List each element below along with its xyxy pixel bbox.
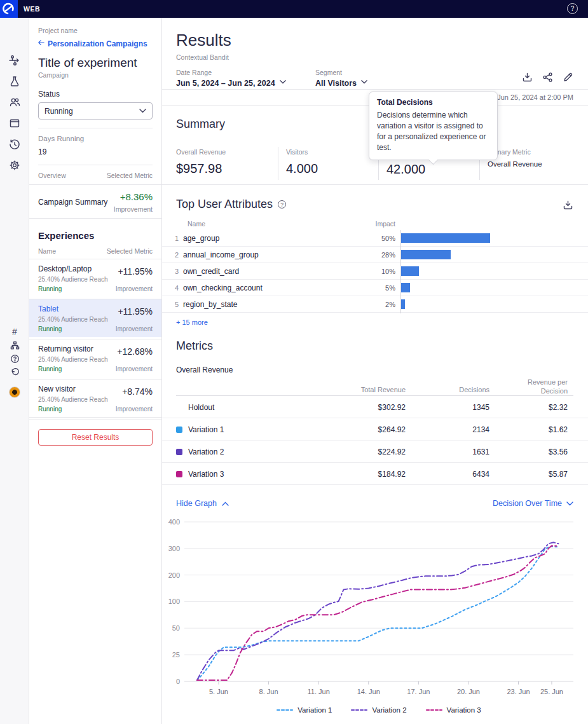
date-range-picker[interactable]: Date Range Jun 5, 2024 – Jun 25, 2024 [176,69,286,88]
legend-item[interactable]: Variation 2 [351,706,406,714]
variation-swatch [176,449,182,455]
audiences-icon[interactable] [8,96,21,109]
experience-name: Desktop/Laptop [38,264,108,273]
share-icon[interactable] [542,72,553,83]
edit-pencil-icon[interactable] [563,72,573,83]
history-icon[interactable] [8,138,21,151]
divider [278,147,278,180]
attribute-name: region_by_state [183,300,237,309]
segment-picker[interactable]: Segment All Visitors [315,69,367,88]
y-tick-label: 300 [168,545,180,552]
sitemap-icon[interactable] [10,340,20,350]
reset-results-button[interactable]: Reset Results [38,429,153,446]
undo-icon[interactable] [10,367,20,377]
status-label: Status [38,90,153,99]
back-link[interactable]: Personalization Campaigns [38,39,153,48]
metrics-row[interactable]: Variation 1 $264.92 2134 $1.62 [162,418,588,441]
x-tick-label: 25. Jun [540,688,563,695]
experiences-heading: Experiences [38,230,153,241]
more-attributes-link[interactable]: + 15 more [176,318,208,326]
experience-item[interactable]: Tablet 25.40% Audience Reach Running +11… [29,299,161,337]
help-icon[interactable] [10,353,20,364]
series-variation-1 [197,547,559,680]
total-revenue-value: $224.92 [342,447,406,456]
tooltip-title: Total Decisions [377,98,489,107]
graph-mode-select[interactable]: Decision Over Time [493,499,573,508]
experience-metric-caption: Improvement [116,325,153,332]
experience-metric-caption: Improvement [116,365,153,372]
experience-name: Returning visitor [38,345,108,353]
legend-item[interactable]: Variation 1 [277,706,332,714]
experience-name: New visitor [38,385,108,393]
selected-metric-label: Selected Metric [107,172,153,179]
attr-impact-col: Impact [364,220,395,228]
decisions-value: 1631 [451,447,489,456]
help-icon[interactable]: ? [278,200,286,208]
attribute-row[interactable]: 2 annual_income_group 28% [162,247,588,263]
experience-item[interactable]: Desktop/Laptop 25.40% Audience Reach Run… [29,259,161,297]
total-decisions-tooltip: Total Decisions Decisions determine whic… [369,92,498,160]
col-revenue-per-decision: Revenue per Decision [523,378,568,395]
page-title: Results [176,31,231,50]
chart-legend: Variation 1 Variation 2 Variation 3 [184,706,573,714]
experience-status: Running [38,325,108,332]
variation-name: Holdout [188,403,214,412]
attribute-name: age_group [183,234,219,243]
divider [162,89,588,90]
chevron-down-icon [361,79,367,85]
attribute-name: annual_income_group [183,250,259,259]
legend-label: Variation 3 [447,706,481,714]
user-avatar[interactable] [9,386,20,398]
metrics-row[interactable]: Variation 2 $224.92 1631 $3.56 [162,441,588,463]
hash-icon[interactable]: # [10,327,20,337]
journey-icon[interactable] [8,54,21,67]
attribute-row[interactable]: 4 own_checking_account 5% [162,280,588,296]
y-tick-label: 25 [172,651,180,659]
series-variation-3 [197,546,559,681]
campaign-summary-item[interactable]: Campaign Summary +8.36% Improvement [29,184,161,219]
legend-label: Variation 2 [372,706,406,714]
settings-gear-icon[interactable] [8,159,21,172]
experience-item[interactable]: New visitor 25.40% Audience Reach Runnin… [29,379,161,418]
legend-swatch [426,708,442,712]
attribute-rank: 5 [162,301,179,308]
experience-reach: 25.40% Audience Reach [38,396,108,403]
summary-card-value: Overall Revenue [488,160,542,168]
chevron-down-icon [566,500,573,507]
flask-icon[interactable] [8,75,21,88]
attribute-row[interactable]: 1 age_group 50% [162,230,588,247]
experience-status: Running [38,285,108,292]
download-icon[interactable] [563,200,573,210]
chevron-down-icon [280,79,286,85]
help-icon[interactable]: ? [567,3,578,14]
metrics-row[interactable]: Variation 3 $184.92 6434 $5.87 [162,463,588,485]
experience-metric: +8.74% [116,386,153,397]
experience-status: Running [38,406,108,413]
attribute-row[interactable]: 5 region_by_state 2% [162,296,588,313]
experience-metric: +11.95% [116,266,153,277]
hide-graph-link[interactable]: Hide Graph [176,499,229,508]
metrics-row[interactable]: Holdout $302.92 1345 $2.32 [162,396,588,418]
chevron-up-icon [222,500,229,507]
attribute-impact: 10% [364,268,395,275]
experience-metric-caption: Improvement [116,285,153,292]
pages-icon[interactable] [8,117,21,130]
summary-card-label: Visitors [286,148,318,156]
x-tick-label: 5. Jun [209,688,228,695]
status-select[interactable]: Running [38,102,153,120]
experiment-panel: Project name Personalization Campaigns T… [29,18,162,724]
download-icon[interactable] [522,72,533,83]
variation-swatch [176,471,182,477]
variation-swatch [176,427,182,433]
experience-item[interactable]: Returning visitor 25.40% Audience Reach … [29,339,161,377]
optimizely-logo[interactable] [0,0,18,18]
x-tick-label: 11. Jun [308,688,330,695]
legend-label: Variation 1 [297,706,332,714]
divider [38,165,153,165]
attribute-impact: 2% [364,301,395,308]
attribute-row[interactable]: 3 own_credit_card 10% [162,263,588,280]
experience-metric: +11.95% [116,306,153,317]
experiences-name-col: Name [38,247,56,255]
experience-metric: +12.68% [116,346,153,357]
legend-item[interactable]: Variation 3 [426,706,481,714]
